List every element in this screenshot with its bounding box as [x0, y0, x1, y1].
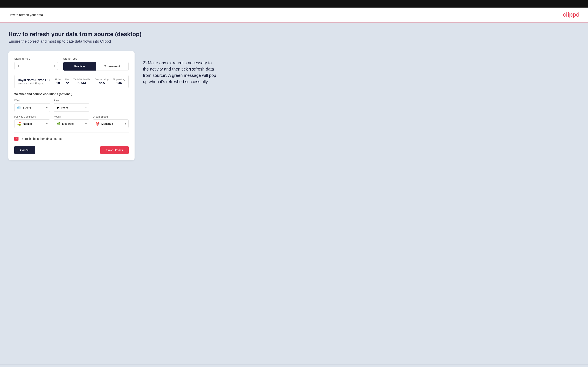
- fairway-select[interactable]: Normal Firm Soft ▾: [14, 119, 50, 128]
- fairway-label: Fairway Conditions: [14, 115, 50, 118]
- slope-rating-stat: Slope rating 134: [113, 78, 125, 85]
- page-subtitle: Ensure the correct and most up to date d…: [9, 39, 579, 44]
- course-name-block: Royal North Devon GC, Westward Ho!, Engl…: [18, 78, 51, 85]
- course-rating-stat: Course rating 72.5: [95, 78, 108, 85]
- holes-value: 18: [55, 81, 61, 85]
- course-info: Royal North Devon GC, Westward Ho!, Engl…: [14, 75, 129, 88]
- holes-stat: Holes 18: [55, 78, 61, 85]
- conditions-title: Weather and course conditions (optional): [14, 92, 129, 96]
- refresh-checkbox-label: Refresh shots from data source: [21, 137, 62, 141]
- course-location: Westward Ho!, England: [18, 82, 51, 85]
- par-label: Par: [65, 78, 69, 81]
- rough-select[interactable]: Moderate Light Heavy ▾: [54, 119, 90, 128]
- starting-hole-select[interactable]: 1 2 10 ▾: [14, 62, 58, 70]
- form-card: Starting Hole 1 2 10 ▾ Game Type Practic…: [9, 51, 135, 160]
- rain-group: Rain None Light Heavy ▾: [54, 99, 90, 112]
- rough-icon: [56, 122, 61, 126]
- page-title: How to refresh your data from source (de…: [9, 31, 579, 38]
- fairway-group: Fairway Conditions Normal Firm Soft ▾: [14, 115, 50, 128]
- game-type-label: Game Type: [63, 57, 129, 60]
- header: How to refresh your data clippd: [0, 8, 588, 23]
- cancel-button[interactable]: Cancel: [14, 146, 35, 154]
- green-speed-label: Green Speed: [93, 115, 129, 118]
- course-stats: Holes 18 Par 72 Yards/White (M)) 6,744 C…: [55, 78, 125, 85]
- rain-icon: [56, 106, 60, 109]
- wind-group: Wind Strong None Mild ▾: [14, 99, 50, 112]
- fairway-input[interactable]: Normal Firm Soft: [23, 122, 48, 125]
- tournament-button[interactable]: Tournament: [96, 62, 129, 71]
- rough-input[interactable]: Moderate Light Heavy: [62, 122, 87, 125]
- rain-select[interactable]: None Light Heavy ▾: [54, 103, 90, 112]
- rain-input[interactable]: None Light Heavy: [61, 106, 87, 109]
- wind-input[interactable]: Strong None Mild: [23, 106, 48, 109]
- rough-label: Rough: [54, 115, 90, 118]
- par-value: 72: [65, 81, 69, 85]
- green-speed-group: Green Speed Moderate Fast Slow ▾: [93, 115, 129, 128]
- conditions-section: Weather and course conditions (optional)…: [14, 92, 129, 128]
- fairway-icon: [17, 122, 21, 126]
- green-speed-select[interactable]: Moderate Fast Slow ▾: [93, 119, 129, 128]
- side-text-content: 3) Make any extra edits necessary to the…: [143, 60, 219, 85]
- par-stat: Par 72: [65, 78, 69, 85]
- course-rating-label: Course rating: [95, 78, 108, 81]
- course-rating-value: 72.5: [95, 81, 108, 85]
- rough-group: Rough Moderate Light Heavy ▾: [54, 115, 90, 128]
- green-speed-icon: [95, 122, 100, 126]
- yards-value: 6,744: [73, 81, 90, 85]
- slope-rating-label: Slope rating: [113, 78, 125, 81]
- starting-hole-group: Starting Hole 1 2 10 ▾: [14, 57, 58, 71]
- button-row: Cancel Save Details: [14, 146, 129, 154]
- wind-label: Wind: [14, 99, 50, 102]
- game-type-buttons: Practice Tournament: [63, 62, 129, 71]
- save-details-button[interactable]: Save Details: [100, 146, 129, 154]
- yards-stat: Yards/White (M)) 6,744: [73, 78, 90, 85]
- breadcrumb: How to refresh your data: [9, 13, 43, 17]
- game-type-group: Game Type Practice Tournament: [63, 57, 129, 71]
- main-content: How to refresh your data from source (de…: [0, 23, 588, 364]
- top-bar: [0, 0, 588, 8]
- wind-icon: [17, 106, 21, 110]
- slope-rating-value: 134: [113, 81, 125, 85]
- holes-label: Holes: [55, 78, 61, 81]
- wind-select[interactable]: Strong None Mild ▾: [14, 103, 50, 112]
- course-name: Royal North Devon GC,: [18, 78, 51, 82]
- refresh-checkbox[interactable]: [14, 137, 18, 141]
- yards-label: Yards/White (M)): [73, 78, 90, 81]
- rain-label: Rain: [54, 99, 90, 102]
- side-text: 3) Make any extra edits necessary to the…: [143, 51, 219, 85]
- starting-hole-label: Starting Hole: [14, 57, 58, 60]
- logo: clippd: [563, 11, 579, 18]
- practice-button[interactable]: Practice: [63, 62, 96, 71]
- refresh-checkbox-row[interactable]: Refresh shots from data source: [14, 137, 129, 141]
- form-divider: [14, 132, 129, 133]
- green-speed-input[interactable]: Moderate Fast Slow: [101, 122, 126, 125]
- footer: Copyright Clippd 2022: [0, 364, 588, 367]
- starting-hole-input[interactable]: 1 2 10: [17, 64, 55, 68]
